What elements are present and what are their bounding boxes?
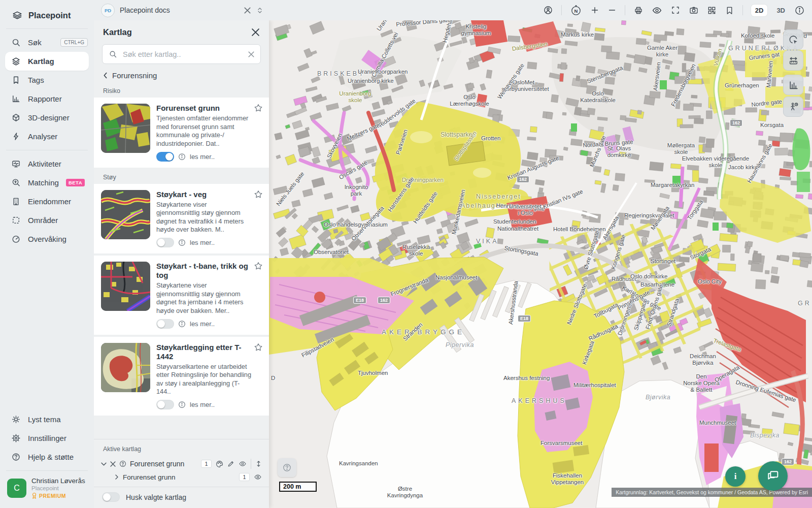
gauge-icon bbox=[11, 234, 21, 244]
sort-icon[interactable] bbox=[257, 7, 263, 14]
eye-icon[interactable] bbox=[239, 460, 247, 468]
sidebar-item-overvaking[interactable]: Overvåking bbox=[0, 230, 94, 248]
close-icon[interactable] bbox=[244, 7, 251, 14]
remember-toggle[interactable] bbox=[102, 492, 120, 502]
sidebar-item-sok[interactable]: Søk CTRL+G bbox=[0, 33, 94, 52]
sidebar-item-tags[interactable]: Tags bbox=[0, 71, 94, 89]
breadcrumb-back[interactable]: Forurensning bbox=[94, 66, 269, 84]
measure-tool-icon bbox=[788, 55, 799, 66]
bookmark-icon[interactable] bbox=[725, 6, 734, 15]
layer-toggle[interactable] bbox=[156, 319, 174, 329]
sidebar-item-aktiviteter[interactable]: Aktiviteter bbox=[0, 154, 94, 173]
mode-2d-button[interactable]: 2D bbox=[751, 5, 768, 16]
sidebar-item-label: Rapporter bbox=[28, 94, 62, 103]
travel-time-tool-button[interactable] bbox=[783, 97, 803, 117]
layer-search-input[interactable] bbox=[122, 50, 244, 59]
layer-toggle[interactable] bbox=[156, 152, 174, 162]
help-icon bbox=[282, 463, 292, 472]
sidebar-item-3d-designer[interactable]: 3D-designer bbox=[0, 108, 94, 127]
layer-thumbnail bbox=[101, 262, 150, 311]
sidebar-item-label: Områder bbox=[28, 216, 58, 225]
sidebar-item-label: 3D-designer bbox=[28, 113, 70, 122]
user-profile[interactable]: C Christian Løverås Placepoint PREMIUM bbox=[0, 471, 94, 508]
palette-icon[interactable] bbox=[216, 460, 223, 468]
cube-icon bbox=[11, 113, 21, 122]
sidebar-item-lyst-tema[interactable]: Lyst tema bbox=[0, 410, 94, 429]
read-more-link[interactable]: les mer.. bbox=[190, 401, 215, 408]
info-circle-icon[interactable] bbox=[178, 401, 186, 408]
read-more-link[interactable]: les mer.. bbox=[190, 320, 215, 328]
info-circle-icon[interactable] bbox=[178, 153, 186, 161]
active-sublayer-row[interactable]: Forurenset grunn 1 bbox=[94, 471, 269, 483]
layer-card-stoykart-veg[interactable]: Støykart - veg Støykartene viser gjennom… bbox=[94, 184, 269, 254]
layer-title: Forurenset grunn bbox=[156, 104, 252, 113]
user-plan: PREMIUM bbox=[31, 492, 85, 499]
chevron-right-icon[interactable] bbox=[114, 474, 119, 480]
chat-icon bbox=[766, 469, 780, 483]
chart-tool-button[interactable] bbox=[783, 75, 803, 95]
layer-toggle[interactable] bbox=[156, 238, 174, 247]
read-more-link[interactable]: les mer.. bbox=[190, 153, 215, 161]
sidebar-item-label: Eiendommer bbox=[28, 197, 71, 206]
kartlag-panel: Kartlag Forurensning Risiko Forurenset g… bbox=[94, 20, 269, 508]
layer-description: Støykartene viser gjennomsnittlig støy g… bbox=[156, 201, 252, 235]
workspace-chip: PD bbox=[101, 4, 115, 17]
visibility-icon[interactable] bbox=[652, 5, 662, 16]
map-canvas bbox=[269, 20, 812, 508]
compass-icon[interactable]: N bbox=[570, 4, 582, 16]
favorite-star-icon[interactable] bbox=[254, 343, 263, 352]
info-circle-icon[interactable] bbox=[178, 239, 186, 246]
layer-card-forurenset-grunn[interactable]: Forurenset grunn Tjenesten omfatter eien… bbox=[94, 98, 269, 168]
chat-fab[interactable] bbox=[758, 461, 788, 491]
read-more-link[interactable]: les mer.. bbox=[190, 239, 215, 246]
sidebar-item-matching[interactable]: Matching BETA bbox=[0, 173, 94, 192]
info-circle-icon[interactable] bbox=[178, 320, 186, 328]
chevron-left-icon bbox=[103, 72, 108, 79]
layer-toggle[interactable] bbox=[156, 400, 174, 409]
eye-icon[interactable] bbox=[254, 473, 262, 481]
sidebar-item-label: Lyst tema bbox=[28, 415, 60, 424]
print-icon[interactable] bbox=[633, 5, 644, 15]
favorite-star-icon[interactable] bbox=[254, 262, 263, 271]
info-fab[interactable]: i bbox=[725, 466, 746, 487]
map-viewport[interactable]: Professor Dahls gateKristelig gymnasiumM… bbox=[269, 20, 812, 508]
map-help-button[interactable] bbox=[278, 458, 296, 477]
chevron-down-icon[interactable] bbox=[101, 461, 107, 467]
layer-card-stoykart-tbane[interactable]: Støykart - t-bane, trikk og tog Støykart… bbox=[94, 256, 269, 335]
favorite-star-icon[interactable] bbox=[254, 190, 263, 199]
fullscreen-icon[interactable] bbox=[670, 5, 681, 15]
question-circle-icon[interactable] bbox=[119, 460, 126, 467]
remember-layers-row[interactable]: Husk valgte kartlag bbox=[94, 487, 269, 508]
sidebar-item-rapporter[interactable]: Rapporter bbox=[0, 89, 94, 108]
favorite-star-icon[interactable] bbox=[254, 104, 263, 113]
sidebar-item-hjelp[interactable]: Hjelp & støtte bbox=[0, 448, 94, 466]
screenshot-icon[interactable] bbox=[689, 5, 699, 15]
active-layer-row[interactable]: Forurenset grunn 1 bbox=[94, 457, 269, 471]
user-org: Placepoint bbox=[31, 485, 85, 491]
walk-clock-icon bbox=[788, 102, 799, 112]
sidebar-item-analyser[interactable]: Analyser bbox=[0, 127, 94, 146]
sidebar-item-innstillinger[interactable]: Innstillinger bbox=[0, 429, 94, 448]
zoom-in-icon[interactable] bbox=[590, 6, 599, 15]
layer-count-badge: 1 bbox=[239, 473, 250, 481]
layer-search[interactable] bbox=[102, 44, 261, 64]
sidebar-item-eiendommer[interactable]: Eiendommer bbox=[0, 192, 94, 211]
info-icon[interactable] bbox=[794, 5, 805, 16]
measure-tool-button[interactable] bbox=[783, 50, 803, 71]
workspace-search[interactable]: PD Placepoint docs bbox=[94, 0, 269, 20]
select-tool-button[interactable] bbox=[783, 29, 803, 50]
layer-card-t1442[interactable]: Støykartlegging etter T-1442 Støyvarselk… bbox=[94, 337, 269, 416]
layer-title: Støykart - veg bbox=[156, 190, 252, 199]
streetview-icon[interactable] bbox=[543, 5, 553, 15]
remove-layer-icon[interactable] bbox=[110, 461, 116, 467]
qr-icon[interactable] bbox=[707, 6, 717, 15]
sidebar-item-omrader[interactable]: Områder bbox=[0, 211, 94, 230]
reorder-icon[interactable] bbox=[255, 460, 262, 467]
mode-3d-button[interactable]: 3D bbox=[775, 5, 786, 16]
sidebar-item-label: Innstillinger bbox=[28, 434, 66, 442]
clear-search-icon[interactable] bbox=[248, 51, 254, 57]
edit-pen-icon[interactable] bbox=[227, 460, 234, 467]
panel-close-icon[interactable] bbox=[251, 28, 260, 37]
zoom-out-icon[interactable] bbox=[607, 6, 617, 15]
sidebar-item-kartlag[interactable]: Kartlag bbox=[5, 52, 89, 71]
